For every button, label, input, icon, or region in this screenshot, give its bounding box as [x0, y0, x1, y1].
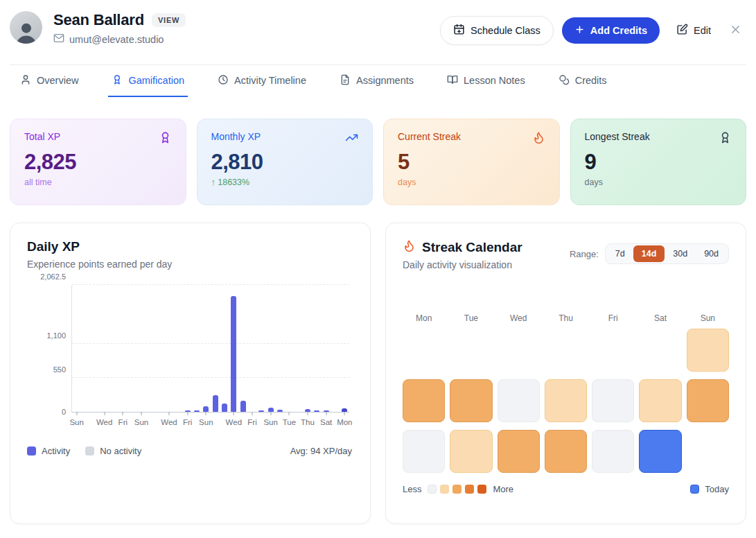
xp-bar[interactable] [277, 410, 283, 412]
clock-icon [218, 74, 229, 87]
coins-icon [559, 74, 570, 87]
legend-swatch [27, 446, 36, 455]
x-axis-tick-label: Mon [337, 418, 352, 426]
x-axis-tick [104, 412, 105, 415]
x-axis-tick [344, 412, 345, 415]
xp-bar[interactable] [240, 401, 246, 412]
range-option-90d[interactable]: 90d [696, 245, 727, 262]
add-credits-button[interactable]: Add Credits [562, 17, 660, 44]
calendar-empty-slot [450, 329, 492, 372]
stat-value: 9 [585, 150, 732, 175]
x-axis-tick-label: Tue [283, 418, 296, 426]
calendar-cell-level-1[interactable] [639, 379, 681, 422]
tab-activity-timeline[interactable]: Activity Timeline [214, 65, 310, 97]
calendar-cell-level-0[interactable] [592, 430, 634, 473]
y-axis-tick-label: 0 [62, 408, 66, 416]
range-option-14d[interactable]: 14d [633, 245, 665, 262]
tab-label: Assignments [356, 75, 414, 86]
calendar-week-row [403, 430, 729, 473]
day-header-sat: Sat [639, 313, 681, 323]
calendar-cell-level-1[interactable] [545, 379, 587, 422]
stat-card-total-xp: Total XP2,825all time [10, 119, 186, 205]
x-axis-tick-label: Sun [199, 418, 213, 426]
stat-label: Total XP [24, 131, 60, 142]
range-option-7d[interactable]: 7d [607, 245, 633, 262]
calendar-cell-level-1[interactable] [450, 430, 492, 473]
xp-bar[interactable] [314, 410, 319, 412]
scale-swatch-2 [452, 485, 461, 494]
day-header-wed: Wed [498, 313, 540, 323]
stat-sub: ↑ 18633% [211, 177, 359, 187]
close-button[interactable] [726, 17, 745, 44]
y-axis-tick-label: 550 [53, 365, 66, 374]
schedule-class-button[interactable]: Schedule Class [440, 16, 554, 45]
tab-label: Overview [37, 75, 78, 86]
legend-less-label: Less [403, 484, 421, 494]
view-badge[interactable]: VIEW [152, 13, 186, 27]
calendar-cell-level-2[interactable] [545, 430, 587, 473]
tab-credits[interactable]: Credits [555, 65, 610, 97]
chart-legend: ActivityNo activity [27, 446, 141, 456]
calendar-cell-level-2[interactable] [403, 379, 445, 422]
tab-lesson-notes[interactable]: Lesson Notes [443, 65, 529, 97]
xp-bar[interactable] [222, 404, 227, 412]
range-option-30d[interactable]: 30d [665, 245, 696, 262]
scale-swatch-4 [477, 485, 486, 494]
legend-no-activity: No activity [85, 446, 141, 456]
calendar-empty-slot [545, 329, 587, 372]
today-swatch [690, 485, 699, 494]
close-icon [729, 23, 742, 38]
calendar-cell-level-2[interactable] [687, 379, 729, 422]
xp-bar[interactable] [194, 410, 200, 412]
calendar-cell-today[interactable] [639, 430, 681, 473]
xp-bar[interactable] [213, 395, 218, 412]
x-axis-tick [187, 412, 188, 415]
edit-button[interactable]: Edit [672, 18, 715, 43]
x-axis-tick [141, 412, 142, 415]
legend-more-label: More [493, 484, 513, 494]
range-selector: Range: 7d14d30d90d [570, 243, 729, 264]
award-icon [112, 74, 123, 87]
avg-xp-label: Avg: 94 XP/day [290, 446, 352, 456]
day-header-tue: Tue [450, 313, 492, 323]
tab-gamification[interactable]: Gamification [108, 65, 188, 97]
x-axis-tick-label: Fri [118, 418, 128, 426]
calendar-cell-level-1[interactable] [687, 329, 729, 372]
tab-assignments[interactable]: Assignments [336, 65, 417, 97]
daily-xp-chart: 05501,1002,062.5SunWedFriSunWedFriSunWed… [27, 285, 353, 413]
calendar-cell-level-2[interactable] [498, 430, 540, 473]
calendar-cell-level-0[interactable] [498, 379, 540, 422]
stat-card-longest-streak: Longest Streak9days [570, 119, 747, 205]
calendar-cell-level-0[interactable] [403, 430, 445, 473]
xp-bar[interactable] [203, 406, 209, 412]
calendar-grid [403, 329, 729, 473]
daily-xp-card: Daily XP Experience points earned per da… [10, 223, 371, 524]
stat-value: 2,810 [211, 150, 359, 175]
streak-calendar-title: Streak Calendar [422, 240, 522, 255]
calendar-cell-level-0[interactable] [592, 379, 634, 422]
calendar-empty-slot [498, 329, 540, 372]
calendar-week-row [403, 379, 729, 422]
book-open-icon [447, 74, 458, 87]
x-axis-tick-label: Wed [226, 418, 242, 426]
stat-sub: days [398, 177, 545, 187]
stat-sub: all time [24, 177, 172, 187]
streak-calendar-card: Streak Calendar Daily activity visualiza… [385, 223, 746, 524]
stat-value: 2,825 [24, 150, 172, 175]
award-icon [719, 131, 732, 146]
y-axis-tick-label: 2,062.5 [40, 272, 66, 281]
x-axis-tick [76, 412, 77, 415]
calendar-cell-level-2[interactable] [450, 379, 492, 422]
x-axis-tick [308, 412, 308, 415]
x-axis-tick [123, 412, 123, 415]
range-label: Range: [570, 249, 599, 259]
x-axis-tick [252, 412, 253, 415]
xp-bar[interactable] [231, 296, 236, 412]
calendar-plus-icon [453, 24, 465, 37]
x-axis-tick-label: Sun [134, 418, 148, 426]
tab-overview[interactable]: Overview [17, 65, 82, 97]
x-axis-tick-label: Sun [263, 418, 277, 426]
legend-swatch [85, 446, 94, 455]
xp-bar[interactable] [258, 410, 264, 412]
y-axis-tick-label: 1,100 [46, 331, 66, 340]
